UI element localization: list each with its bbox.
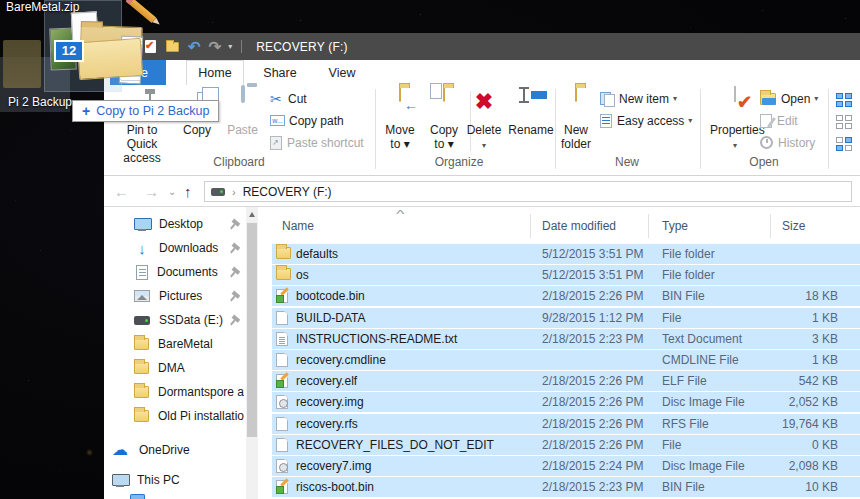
column-header-type[interactable]: Type [662,219,688,233]
new-item-button[interactable]: New item ▾ [600,90,677,107]
file-row[interactable]: riscos-boot.bin 2/18/2015 2:23 PM BIN Fi… [272,477,860,497]
tab-share[interactable]: Share [252,60,308,85]
file-row[interactable]: recovery.img 2/18/2015 2:26 PM Disc Imag… [272,392,860,412]
copy-to-label1: Copy [430,123,458,137]
select-none-button[interactable] [836,113,853,130]
column-header-name[interactable]: Name [282,219,314,233]
file-row[interactable]: INSTRUCTIONS-README.txt 2/18/2015 2:23 P… [272,329,860,349]
sidebar-item-pictures[interactable]: Pictures [104,284,246,308]
column-header-date[interactable]: Date modified [542,219,616,233]
qat-dropdown-icon[interactable]: ▾ [228,42,232,51]
drag-ghost[interactable]: 12 [40,4,158,96]
scroll-up-arrow-icon[interactable] [249,212,255,217]
sidebar-item-this-pc[interactable]: This PC [104,468,246,492]
column-header-size[interactable]: Size [782,219,805,233]
sidebar-item-documents[interactable]: Documents [104,260,246,284]
properties-icon [734,86,736,102]
file-row[interactable]: bootcode.bin 2/18/2015 2:26 PM BIN File … [272,286,860,306]
file-row[interactable]: RECOVERY_FILES_DO_NOT_EDIT 2/18/2015 2:2… [272,435,860,455]
history-label: History [778,136,815,150]
tab-home[interactable]: Home [186,60,244,85]
select-all-icon [836,93,853,107]
sidebar-item-downloads[interactable]: ↓ Downloads [104,236,246,260]
sidebar-item-label: OneDrive [139,443,190,457]
back-button[interactable]: ← [114,176,129,207]
qat-separator [241,40,242,53]
recent-locations-dropdown[interactable]: ⌄ [168,176,176,207]
redo-icon[interactable]: ↷ [209,39,222,54]
sidebar-item-old-pi-installation[interactable]: Old Pi installatio [104,404,246,428]
sidebar-item-label: DMA [158,361,185,375]
move-to-label1: Move [385,123,414,137]
file-row[interactable]: defaults 5/12/2015 3:51 PM File folder [272,244,860,264]
tab-view[interactable]: View [316,60,368,85]
cut-button[interactable]: ✂ Cut [270,90,307,107]
easy-access-button[interactable]: Easy access ▾ [600,112,692,129]
file-row[interactable]: os 5/12/2015 3:51 PM File folder [272,265,860,285]
paste-button[interactable]: Paste [221,87,264,153]
forward-button[interactable]: → [144,176,159,207]
bin-file-icon [276,480,288,494]
select-none-icon [836,115,853,129]
new-folder-label1: New [564,123,588,137]
downloads-icon: ↓ [134,240,150,257]
pin-icon [226,265,243,282]
edit-button[interactable]: Edit [760,112,798,129]
sidebar-item-onedrive[interactable]: ☁ OneDrive [104,438,246,462]
ribbon: Pin to Quick access Copy Paste ✂ Cut w..… [104,85,860,176]
sidebar-item-baremetal[interactable]: BareMetal [104,332,246,356]
blank-file-icon [276,311,288,325]
sidebar-item-label: BareMetal [158,337,213,351]
folder-icon [134,362,149,374]
column-divider[interactable] [770,214,771,238]
sidebar-item-dma[interactable]: DMA [104,356,246,380]
file-row[interactable]: recovery7.img 2/18/2015 2:24 PM Disc Ima… [272,456,860,476]
sidebar-item-label: Pictures [159,289,202,303]
blank-file-icon [276,438,288,452]
clipboard-group-label: Clipboard [194,155,284,169]
copy-to-folder-icon [443,86,445,102]
select-all-button[interactable] [836,91,853,108]
file-row[interactable]: recovery.cmdline CMDLINE File 1 KB [272,350,860,370]
copy-path-button[interactable]: w... Copy path [270,112,344,129]
sidebar-item-dormantspore[interactable]: Dormantspore a [104,380,246,404]
breadcrumb[interactable]: RECOVERY (F:) [243,185,332,199]
history-button[interactable]: History [760,134,815,151]
text-document-icon [276,332,288,346]
file-row[interactable]: recovery.rfs 2/18/2015 2:26 PM RFS File … [272,414,860,434]
folder-front-icon [77,38,143,80]
file-row[interactable]: recovery.elf 2/18/2015 2:26 PM ELF File … [272,371,860,391]
new-folder-button[interactable]: New folder [554,87,598,153]
pictures-icon [134,290,150,302]
pin-icon [226,289,243,306]
sidebar-item-label: Documents [157,265,218,279]
properties-button[interactable]: Properties ▾ [710,87,760,153]
delete-button[interactable]: ✖ Delete ▾ [456,87,512,153]
disc-image-icon [276,395,288,409]
address-box[interactable]: › RECOVERY (F:) [204,181,852,202]
sidebar-item-ssdata[interactable]: SSData (E:) [104,308,246,332]
delete-x-icon: ✖ [456,89,512,115]
new-folder-icon[interactable] [166,42,179,52]
column-divider[interactable] [530,214,531,238]
paste-shortcut-label: Paste shortcut [287,136,364,150]
sidebar-item-desktop[interactable]: Desktop [104,212,246,236]
bin-file-icon [276,289,288,303]
sidebar-scrollbar[interactable] [246,207,258,499]
scrollbar-thumb[interactable] [247,223,257,437]
file-list: Name ^ Date modified Type Size defaults … [272,207,860,499]
navigation-pane: Desktop ↓ Downloads Documents Pictures S… [104,207,246,499]
undo-icon[interactable]: ↶ [188,39,201,54]
file-row[interactable]: BUILD-DATA 9/28/2015 1:12 PM File 1 KB [272,308,860,328]
invert-selection-button[interactable] [836,135,853,152]
folder-icon [134,338,149,350]
desktop-icon-label-pi2backup[interactable]: Pi 2 Backup [8,95,72,109]
open-button[interactable]: Open ▾ [760,90,818,107]
move-to-button[interactable]: ← Move to ▾ [378,87,422,153]
paste-shortcut-button[interactable]: Paste shortcut [270,134,364,151]
up-button[interactable]: ↑ [184,176,192,207]
sidebar-item-label: Old Pi installatio [158,409,244,423]
drag-count-badge: 12 [54,40,84,62]
column-divider[interactable] [648,214,649,238]
rename-button[interactable]: Rename [506,87,556,153]
